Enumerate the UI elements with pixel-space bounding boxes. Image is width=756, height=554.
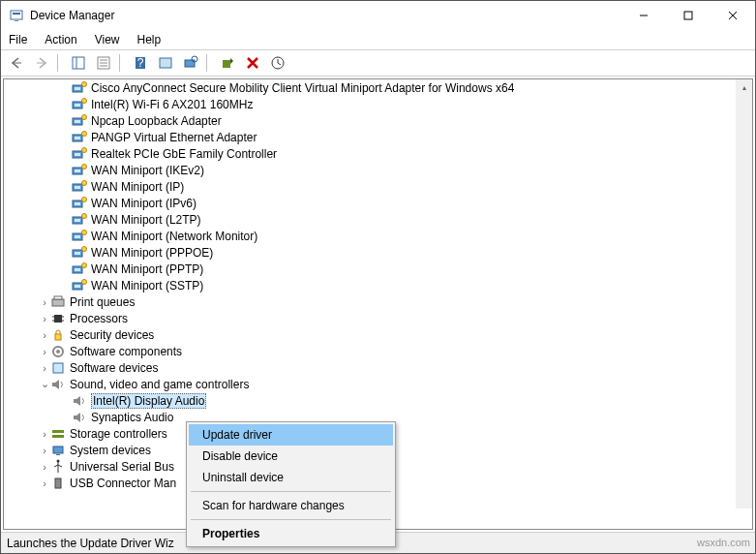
- category-sound-video-game[interactable]: ⌄Sound, video and game controllers: [4, 376, 752, 392]
- category-icon: [50, 459, 66, 475]
- network-adapter-icon: [72, 196, 87, 211]
- menu-file[interactable]: File: [7, 33, 29, 46]
- update-button[interactable]: [266, 51, 289, 75]
- maximize-button[interactable]: [666, 1, 711, 30]
- device-label: Realtek PCIe GbE Family Controller: [91, 147, 277, 161]
- device-item[interactable]: WAN Miniport (IKEv2): [4, 162, 752, 178]
- status-text: Launches the Update Driver Wiz: [7, 537, 174, 550]
- category-security-devices[interactable]: ›Security devices: [4, 326, 752, 343]
- titlebar: Device Manager: [1, 1, 755, 30]
- category-label: Software components: [70, 345, 182, 358]
- network-adapter-icon: [72, 229, 87, 244]
- expander-icon[interactable]: ›: [39, 477, 50, 489]
- device-item[interactable]: Npcap Loopback Adapter: [4, 112, 752, 129]
- svg-rect-20: [223, 60, 230, 68]
- ctx-properties[interactable]: Properties: [189, 523, 393, 544]
- device-item[interactable]: WAN Miniport (SSTP): [4, 277, 752, 293]
- device-label: Intel(R) Display Audio: [91, 393, 206, 409]
- device-item[interactable]: PANGP Virtual Ethernet Adapter: [4, 129, 752, 145]
- device-item[interactable]: WAN Miniport (IPv6): [4, 195, 752, 211]
- forward-button[interactable]: [30, 51, 53, 75]
- device-item[interactable]: Intel(R) Wi-Fi 6 AX201 160MHz: [4, 96, 752, 112]
- help-button[interactable]: ?: [129, 51, 152, 75]
- minimize-button[interactable]: [621, 1, 666, 30]
- category-label: System devices: [70, 444, 151, 457]
- device-item[interactable]: WAN Miniport (Network Monitor): [4, 228, 752, 244]
- close-button[interactable]: [711, 1, 755, 30]
- action-button[interactable]: [154, 51, 177, 75]
- device-item[interactable]: Cisco AnyConnect Secure Mobility Client …: [4, 79, 752, 96]
- category-software-components[interactable]: ›Software components: [4, 343, 752, 359]
- category-label: Software devices: [70, 361, 158, 375]
- expander-icon[interactable]: ›: [39, 428, 50, 440]
- svg-rect-47: [75, 219, 80, 222]
- svg-point-48: [82, 213, 87, 218]
- svg-rect-41: [75, 186, 80, 189]
- svg-rect-23: [75, 87, 80, 90]
- window-controls: [621, 1, 755, 30]
- uninstall-button[interactable]: [241, 51, 264, 75]
- expander-icon[interactable]: ›: [39, 313, 50, 324]
- expander-icon[interactable]: ›: [39, 346, 50, 357]
- device-intel-display-audio[interactable]: Intel(R) Display Audio: [4, 392, 752, 409]
- category-software-devices[interactable]: ›Software devices: [4, 359, 752, 376]
- expander-icon[interactable]: ›: [39, 461, 50, 473]
- network-adapter-icon: [72, 278, 87, 293]
- scan-hardware-button[interactable]: [179, 51, 202, 75]
- svg-rect-71: [53, 363, 63, 373]
- svg-rect-26: [75, 104, 80, 107]
- ctx-uninstall-device[interactable]: Uninstall device: [189, 467, 393, 488]
- category-icon: [50, 426, 66, 442]
- add-legacy-button[interactable]: [216, 51, 239, 75]
- svg-point-51: [82, 230, 87, 234]
- svg-point-42: [82, 180, 87, 185]
- device-item[interactable]: WAN Miniport (PPTP): [4, 261, 752, 277]
- show-hide-tree-button[interactable]: [67, 51, 90, 75]
- svg-rect-29: [75, 120, 80, 123]
- svg-point-36: [82, 147, 87, 152]
- expander-icon[interactable]: ›: [39, 362, 50, 374]
- device-label: Cisco AnyConnect Secure Mobility Client …: [91, 81, 514, 95]
- svg-rect-59: [75, 285, 80, 288]
- device-manager-icon: [9, 8, 24, 23]
- vertical-scrollbar[interactable]: ▴: [736, 79, 752, 508]
- device-item[interactable]: WAN Miniport (PPPOE): [4, 244, 752, 261]
- network-adapter-icon: [72, 179, 87, 195]
- watermark: wsxdn.com: [697, 537, 750, 548]
- svg-rect-56: [75, 268, 80, 271]
- svg-rect-77: [55, 478, 61, 488]
- ctx-scan-hardware[interactable]: Scan for hardware changes: [189, 495, 393, 516]
- device-item[interactable]: Realtek PCIe GbE Family Controller: [4, 145, 752, 162]
- category-print-queues[interactable]: ›Print queues: [4, 293, 752, 310]
- svg-rect-53: [75, 252, 80, 255]
- ctx-separator: [191, 519, 391, 520]
- menu-help[interactable]: Help: [136, 33, 164, 46]
- back-button[interactable]: [5, 51, 28, 75]
- expander-icon[interactable]: ›: [39, 296, 50, 308]
- device-label: WAN Miniport (PPPOE): [91, 246, 213, 260]
- menu-view[interactable]: View: [93, 33, 122, 46]
- svg-rect-68: [55, 334, 61, 340]
- ctx-update-driver[interactable]: Update driver: [189, 424, 393, 446]
- window-title: Device Manager: [30, 9, 621, 22]
- svg-point-24: [82, 81, 87, 86]
- device-item[interactable]: WAN Miniport (L2TP): [4, 211, 752, 228]
- category-processors[interactable]: ›Processors: [4, 310, 752, 326]
- menu-action[interactable]: Action: [43, 33, 78, 46]
- device-item[interactable]: WAN Miniport (IP): [4, 178, 752, 195]
- category-icon: [50, 360, 66, 376]
- category-icon: [50, 377, 66, 392]
- properties-button[interactable]: [92, 51, 115, 75]
- ctx-disable-device[interactable]: Disable device: [189, 446, 393, 467]
- svg-rect-75: [56, 454, 60, 455]
- device-label: WAN Miniport (Network Monitor): [91, 230, 257, 243]
- svg-point-60: [82, 279, 87, 284]
- expander-icon[interactable]: ⌄: [39, 378, 50, 390]
- toolbar-separator: [57, 54, 63, 72]
- device-label: WAN Miniport (IKEv2): [91, 164, 204, 177]
- expander-icon[interactable]: ›: [39, 329, 50, 341]
- svg-rect-9: [73, 57, 84, 69]
- expander-icon[interactable]: ›: [39, 445, 50, 456]
- network-adapter-icon: [72, 113, 87, 129]
- scroll-up-arrow[interactable]: ▴: [736, 79, 752, 96]
